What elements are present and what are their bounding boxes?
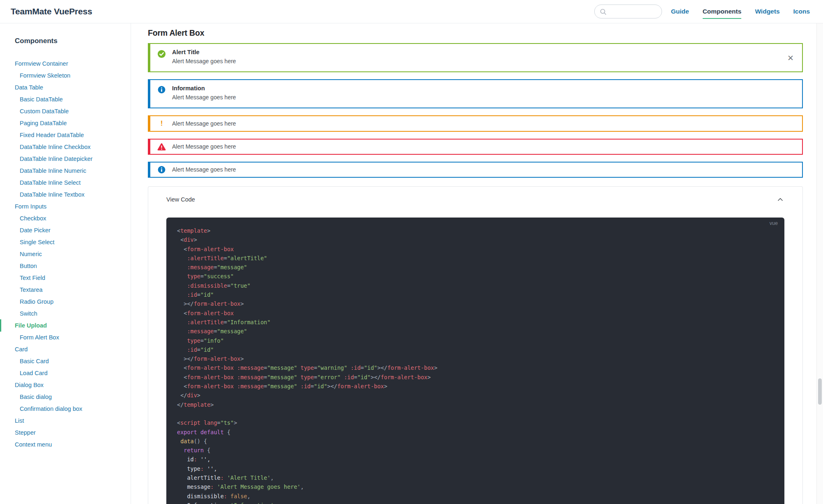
search-box[interactable] xyxy=(594,5,662,18)
nav-link-components[interactable]: Components xyxy=(703,8,742,15)
sidebar-item-date-picker[interactable]: Date Picker xyxy=(0,227,131,234)
scrollbar-track[interactable] xyxy=(816,0,823,504)
sidebar-item-label: Textarea xyxy=(20,286,43,293)
sidebar-item-form-alert-box[interactable]: Form Alert Box xyxy=(0,334,131,341)
alert-error: Alert Message goes here xyxy=(148,139,803,155)
sidebar-item-load-card[interactable]: Load Card xyxy=(0,369,131,377)
sidebar-item-radio-group[interactable]: Radio Group xyxy=(0,298,131,306)
sidebar-item-confirmation-dialog-box[interactable]: Confirmation dialog box xyxy=(0,405,131,413)
code-line: <form-alert-box xyxy=(177,309,774,318)
alert-message: Alert Message goes here xyxy=(172,94,236,101)
sidebar-item-custom-datatable[interactable]: Custom DataTable xyxy=(0,108,131,115)
sidebar-item-label: Confirmation dialog box xyxy=(20,405,82,412)
sidebar-item-label: DataTable Inline Datepicker xyxy=(20,156,92,162)
alert-warning: !Alert Message goes here xyxy=(148,115,803,132)
sidebar-item-label: DataTable Inline Select xyxy=(20,179,80,186)
page-layout: Components Formview ContainerFormview Sk… xyxy=(0,23,823,504)
sidebar-item-label: Basic Card xyxy=(20,358,49,364)
code-line: <form-alert-box :message="message" :id="… xyxy=(177,382,774,391)
sidebar-item-single-select[interactable]: Single Select xyxy=(0,238,131,246)
code-line: <form-alert-box :message="message" type=… xyxy=(177,363,774,372)
sidebar-item-label: Stepper xyxy=(15,429,36,436)
sidebar-item-basic-datatable[interactable]: Basic DataTable xyxy=(0,96,131,103)
sidebar-item-numeric[interactable]: Numeric xyxy=(0,250,131,258)
sidebar-item-datatable-inline-textbox[interactable]: DataTable Inline Textbox xyxy=(0,191,131,199)
scrollbar-thumb[interactable] xyxy=(818,378,822,405)
sidebar-item-label: File Upload xyxy=(15,322,47,329)
sidebar-item-label: Text Field xyxy=(20,275,45,281)
code-line: :dismissible="true" xyxy=(177,281,774,290)
code-lines: <template> <div> <form-alert-box :alertT… xyxy=(177,226,774,504)
sidebar-item-fixed-header-datatable[interactable]: Fixed Header DataTable xyxy=(0,131,131,139)
code-line: :id="id" xyxy=(177,345,774,354)
code-line: ></form-alert-box> xyxy=(177,299,774,308)
sidebar-item-button[interactable]: Button xyxy=(0,262,131,270)
view-code-header[interactable]: View Code xyxy=(148,187,802,211)
alerts-container: Alert TitleAlert Message goes here✕Infor… xyxy=(148,43,803,178)
sidebar-item-list[interactable]: List xyxy=(0,417,131,425)
sidebar-item-switch[interactable]: Switch xyxy=(0,310,131,318)
code-line: <form-alert-box :message="message" type=… xyxy=(177,373,774,382)
info-circle-icon xyxy=(157,166,166,174)
sidebar: Components Formview ContainerFormview Sk… xyxy=(0,23,131,504)
sidebar-item-datatable-inline-checkbox[interactable]: DataTable Inline Checkbox xyxy=(0,143,131,151)
app-title: TeamMate VuePress xyxy=(11,7,92,16)
code-line: export default { xyxy=(177,428,774,437)
code-line: alertTitle: 'Alert Title', xyxy=(177,473,774,482)
sidebar-item-label: Formview Container xyxy=(15,60,68,67)
sidebar-item-label: Basic dialog xyxy=(20,394,52,400)
sidebar-item-context-menu[interactable]: Context menu xyxy=(0,441,131,449)
navbar-right: GuideComponentsWidgetsIcons xyxy=(594,5,812,18)
navbar: TeamMate VuePress GuideComponentsWidgets… xyxy=(0,0,823,23)
search-input[interactable] xyxy=(610,8,655,15)
code-line: data() { xyxy=(177,437,774,446)
alert-message: Alert Message goes here xyxy=(172,120,236,128)
search-icon xyxy=(600,8,607,15)
nav-link-icons[interactable]: Icons xyxy=(793,8,810,15)
sidebar-item-label: Form Alert Box xyxy=(20,334,59,341)
code-line: <div> xyxy=(177,235,774,244)
sidebar-item-card[interactable]: Card xyxy=(0,346,131,353)
code-line: type="success" xyxy=(177,272,774,281)
language-badge: vue xyxy=(770,220,778,226)
chevron-up-icon[interactable] xyxy=(776,195,784,204)
sidebar-item-basic-card[interactable]: Basic Card xyxy=(0,357,131,365)
alert-body: Alert TitleAlert Message goes here xyxy=(172,49,236,65)
sidebar-item-formview-skeleton[interactable]: Formview Skeleton xyxy=(0,72,131,80)
sidebar-item-form-inputs[interactable]: Form Inputs xyxy=(0,203,131,211)
sidebar-item-paging-datatable[interactable]: Paging DataTable xyxy=(0,119,131,127)
code-line: ></form-alert-box> xyxy=(177,354,774,363)
code-block: vue <template> <div> <form-alert-box :al… xyxy=(166,218,784,504)
sidebar-item-textarea[interactable]: Textarea xyxy=(0,286,131,294)
sidebar-item-datatable-inline-datepicker[interactable]: DataTable Inline Datepicker xyxy=(0,155,131,163)
info-circle-icon xyxy=(157,86,166,94)
sidebar-item-datatable-inline-numeric[interactable]: DataTable Inline Numeric xyxy=(0,167,131,175)
code-line: :id="id" xyxy=(177,290,774,299)
sidebar-item-label: Radio Group xyxy=(20,298,53,305)
code-line: :alertTitle="Information" xyxy=(177,318,774,327)
sidebar-item-checkbox[interactable]: Checkbox xyxy=(0,215,131,222)
main-content: Form Alert Box Alert TitleAlert Message … xyxy=(131,23,823,504)
code-line: :message="message" xyxy=(177,327,774,336)
sidebar-item-dialog-box[interactable]: Dialog Box xyxy=(0,381,131,389)
sidebar-item-label: List xyxy=(15,417,24,424)
code-line: dismissible: false, xyxy=(177,492,774,501)
check-circle-icon xyxy=(157,50,166,58)
nav-link-guide[interactable]: Guide xyxy=(671,8,689,15)
sidebar-item-datatable-inline-select[interactable]: DataTable Inline Select xyxy=(0,179,131,187)
sidebar-item-label: Form Inputs xyxy=(15,203,46,210)
sidebar-item-data-table[interactable]: Data Table xyxy=(0,84,131,92)
alert-info: Alert Message goes here xyxy=(148,162,803,178)
sidebar-item-file-upload[interactable]: File Upload xyxy=(0,322,131,330)
alert-info: InformationAlert Message goes here xyxy=(148,79,803,108)
sidebar-item-label: Numeric xyxy=(20,251,42,257)
nav-link-widgets[interactable]: Widgets xyxy=(755,8,779,15)
sidebar-item-label: Dialog Box xyxy=(15,382,44,388)
sidebar-item-stepper[interactable]: Stepper xyxy=(0,429,131,437)
sidebar-item-formview-container[interactable]: Formview Container xyxy=(0,60,131,68)
alert-message: Alert Message goes here xyxy=(172,143,236,151)
sidebar-item-basic-dialog[interactable]: Basic dialog xyxy=(0,393,131,401)
sidebar-item-text-field[interactable]: Text Field xyxy=(0,274,131,282)
sidebar-nav: Formview ContainerFormview SkeletonData … xyxy=(0,60,131,449)
close-icon[interactable]: ✕ xyxy=(787,54,794,62)
